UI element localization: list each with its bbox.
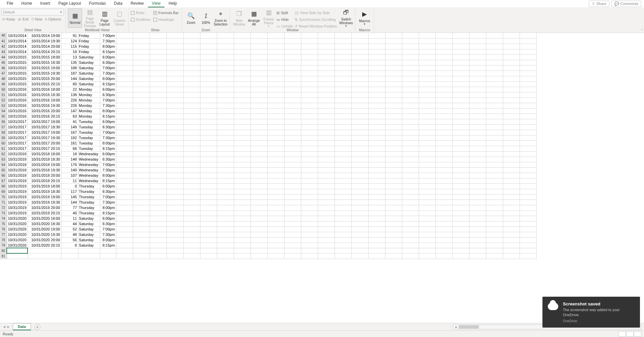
cell[interactable] xyxy=(217,44,234,49)
cell[interactable] xyxy=(335,216,351,221)
cell[interactable] xyxy=(385,44,402,49)
cell[interactable] xyxy=(217,114,234,119)
cell[interactable] xyxy=(133,140,150,146)
cell[interactable] xyxy=(452,183,469,189)
cell[interactable] xyxy=(251,151,267,157)
cell[interactable] xyxy=(133,130,150,135)
cell[interactable] xyxy=(469,221,486,226)
cell[interactable] xyxy=(486,92,503,97)
cell[interactable] xyxy=(452,108,469,114)
cell[interactable] xyxy=(419,189,435,194)
cell[interactable] xyxy=(419,65,435,71)
cell[interactable] xyxy=(503,189,520,194)
cell[interactable] xyxy=(217,103,234,108)
cell[interactable]: 8:00pm xyxy=(100,108,116,114)
cell[interactable] xyxy=(469,226,486,232)
cell[interactable] xyxy=(183,114,200,119)
cell[interactable]: 7:30pm xyxy=(100,103,116,108)
cell[interactable] xyxy=(251,194,267,200)
cell[interactable] xyxy=(419,124,435,130)
cell[interactable] xyxy=(318,81,335,87)
cell[interactable] xyxy=(301,167,318,173)
gridlines-checkbox[interactable]: Gridlines xyxy=(131,16,153,23)
cell[interactable] xyxy=(284,173,301,178)
cell[interactable] xyxy=(469,162,486,167)
cell[interactable] xyxy=(351,221,368,226)
cell[interactable] xyxy=(200,140,217,146)
cell[interactable] xyxy=(234,157,251,162)
cell[interactable] xyxy=(435,60,452,65)
cell[interactable]: 7:30pm xyxy=(100,167,116,173)
cell[interactable] xyxy=(200,248,217,253)
cell[interactable]: 10/31/2017 xyxy=(7,146,28,151)
cell[interactable] xyxy=(452,38,469,44)
cell[interactable]: Wednesday xyxy=(78,178,100,183)
cell[interactable] xyxy=(385,200,402,205)
arrange-all-button[interactable]: ▦Arrange All xyxy=(247,8,261,28)
cell[interactable] xyxy=(183,135,200,140)
cell[interactable]: 6:00pm xyxy=(100,183,116,189)
cell[interactable] xyxy=(469,146,486,151)
cell[interactable] xyxy=(116,124,133,130)
cell[interactable]: Saturday xyxy=(78,65,100,71)
cell[interactable] xyxy=(469,216,486,221)
cell[interactable] xyxy=(469,124,486,130)
cell[interactable] xyxy=(200,183,217,189)
cell[interactable] xyxy=(318,189,335,194)
cell[interactable] xyxy=(351,71,368,76)
cell[interactable]: 10/31/2018 18:30 xyxy=(28,157,61,162)
cell[interactable] xyxy=(503,226,520,232)
cell[interactable] xyxy=(183,65,200,71)
cell[interactable] xyxy=(351,232,368,237)
cell[interactable] xyxy=(234,92,251,97)
cell[interactable] xyxy=(351,173,368,178)
cell[interactable] xyxy=(318,216,335,221)
cell[interactable] xyxy=(335,65,351,71)
menu-home[interactable]: Home xyxy=(17,0,36,7)
cell[interactable]: 10/31/2016 19:00 xyxy=(28,97,61,103)
cell[interactable]: 10/31/2019 xyxy=(7,194,28,200)
cell[interactable] xyxy=(150,216,166,221)
cell[interactable]: 10/31/2020 xyxy=(7,221,28,226)
cell[interactable]: 10/31/2019 19:00 xyxy=(28,194,61,200)
cell[interactable] xyxy=(385,167,402,173)
cell[interactable]: 10/31/2015 xyxy=(7,60,28,65)
cell[interactable] xyxy=(166,173,183,178)
cell[interactable] xyxy=(133,114,150,119)
new-button[interactable]: ◇New xyxy=(31,17,42,21)
cell[interactable] xyxy=(116,162,133,167)
cell[interactable] xyxy=(267,167,284,173)
cell[interactable] xyxy=(301,210,318,216)
page-break-status-button[interactable] xyxy=(634,331,641,337)
cell[interactable]: 6:30pm xyxy=(100,157,116,162)
cell[interactable] xyxy=(301,178,318,183)
cell[interactable] xyxy=(503,54,520,60)
cell[interactable]: 10/31/2020 xyxy=(7,216,28,221)
cell[interactable] xyxy=(267,226,284,232)
cell[interactable] xyxy=(435,119,452,124)
cell[interactable] xyxy=(133,97,150,103)
cell[interactable] xyxy=(301,38,318,44)
cell[interactable] xyxy=(267,189,284,194)
sheet-view-dropdown[interactable]: ▾ xyxy=(1,9,64,15)
cell[interactable] xyxy=(267,194,284,200)
cell[interactable] xyxy=(150,33,166,38)
cell[interactable] xyxy=(251,114,267,119)
cell[interactable] xyxy=(435,183,452,189)
cell[interactable] xyxy=(183,253,200,259)
cell[interactable] xyxy=(469,237,486,243)
cell[interactable] xyxy=(116,92,133,97)
cell[interactable] xyxy=(335,38,351,44)
cell[interactable] xyxy=(150,226,166,232)
cell[interactable] xyxy=(301,216,318,221)
cell[interactable]: 10/31/2017 xyxy=(7,130,28,135)
cell[interactable] xyxy=(435,173,452,178)
cell[interactable]: 10/31/2020 20:15 xyxy=(28,243,61,248)
cell[interactable]: 10/31/2018 19:00 xyxy=(28,162,61,167)
cell[interactable] xyxy=(301,194,318,200)
cell[interactable] xyxy=(351,135,368,140)
cell[interactable] xyxy=(469,92,486,97)
cell[interactable]: 135 xyxy=(61,60,78,65)
cell[interactable]: 10/31/2018 xyxy=(7,151,28,157)
cell[interactable] xyxy=(435,135,452,140)
